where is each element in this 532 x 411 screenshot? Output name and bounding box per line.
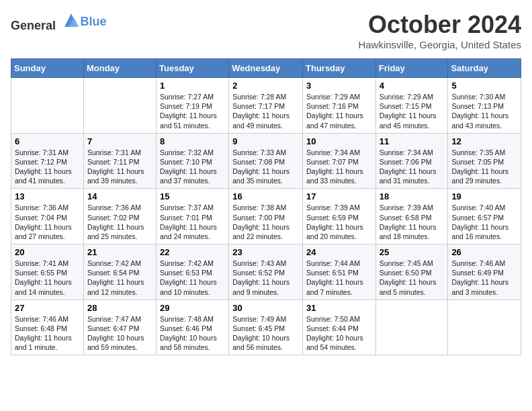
logo: General Blue	[11, 11, 107, 33]
day-number: 7	[87, 136, 152, 146]
day-number: 24	[306, 247, 372, 257]
day-info: Sunrise: 7:48 AMSunset: 6:46 PMDaylight:…	[160, 314, 225, 353]
day-info: Sunrise: 7:30 AMSunset: 7:13 PMDaylight:…	[451, 92, 517, 130]
day-info: Sunrise: 7:49 AMSunset: 6:45 PMDaylight:…	[232, 314, 299, 353]
calendar-cell: 6Sunrise: 7:31 AMSunset: 7:12 PMDaylight…	[11, 133, 84, 189]
day-number: 26	[451, 247, 517, 257]
calendar-cell: 3Sunrise: 7:29 AMSunset: 7:16 PMDaylight…	[303, 78, 376, 134]
calendar-cell: 18Sunrise: 7:39 AMSunset: 6:58 PMDayligh…	[375, 189, 448, 244]
day-info: Sunrise: 7:31 AMSunset: 7:12 PMDaylight:…	[15, 148, 80, 186]
day-info: Sunrise: 7:46 AMSunset: 6:48 PMDaylight:…	[15, 314, 80, 353]
month-title: October 2024	[358, 11, 521, 39]
day-info: Sunrise: 7:31 AMSunset: 7:11 PMDaylight:…	[87, 148, 152, 186]
day-number: 20	[15, 247, 80, 257]
day-number: 2	[232, 81, 299, 91]
day-number: 31	[306, 303, 372, 313]
day-number: 11	[380, 136, 445, 146]
weekday-header-monday: Monday	[83, 59, 156, 78]
calendar-cell: 13Sunrise: 7:36 AMSunset: 7:04 PMDayligh…	[11, 189, 84, 244]
day-number: 25	[380, 247, 445, 257]
calendar-cell: 2Sunrise: 7:28 AMSunset: 7:17 PMDaylight…	[229, 78, 303, 134]
day-info: Sunrise: 7:36 AMSunset: 7:04 PMDaylight:…	[15, 203, 80, 241]
day-info: Sunrise: 7:39 AMSunset: 6:58 PMDaylight:…	[380, 203, 445, 241]
day-info: Sunrise: 7:39 AMSunset: 6:59 PMDaylight:…	[306, 203, 372, 241]
day-info: Sunrise: 7:40 AMSunset: 6:57 PMDaylight:…	[451, 203, 517, 241]
calendar-cell: 16Sunrise: 7:38 AMSunset: 7:00 PMDayligh…	[229, 189, 303, 244]
calendar-cell: 12Sunrise: 7:35 AMSunset: 7:05 PMDayligh…	[448, 133, 521, 189]
calendar-week-row: 13Sunrise: 7:36 AMSunset: 7:04 PMDayligh…	[11, 189, 521, 244]
calendar-cell	[11, 78, 84, 134]
day-info: Sunrise: 7:50 AMSunset: 6:44 PMDaylight:…	[306, 314, 372, 353]
calendar-cell	[448, 300, 521, 355]
weekday-header-saturday: Saturday	[448, 59, 521, 78]
day-number: 10	[306, 136, 372, 146]
weekday-header-thursday: Thursday	[303, 59, 376, 78]
calendar-cell: 11Sunrise: 7:34 AMSunset: 7:06 PMDayligh…	[375, 133, 448, 189]
calendar-cell: 21Sunrise: 7:42 AMSunset: 6:54 PMDayligh…	[83, 244, 156, 300]
day-info: Sunrise: 7:34 AMSunset: 7:06 PMDaylight:…	[380, 148, 445, 186]
logo-general: General	[11, 19, 56, 32]
day-info: Sunrise: 7:42 AMSunset: 6:53 PMDaylight:…	[160, 259, 225, 297]
calendar-cell	[83, 78, 156, 134]
day-number: 9	[232, 136, 299, 146]
calendar-week-row: 1Sunrise: 7:27 AMSunset: 7:19 PMDaylight…	[11, 78, 521, 134]
calendar-cell	[375, 300, 448, 355]
day-number: 3	[306, 81, 372, 91]
day-number: 8	[160, 136, 225, 146]
calendar-cell: 8Sunrise: 7:32 AMSunset: 7:10 PMDaylight…	[157, 133, 229, 189]
day-info: Sunrise: 7:37 AMSunset: 7:01 PMDaylight:…	[160, 203, 225, 241]
calendar-cell: 17Sunrise: 7:39 AMSunset: 6:59 PMDayligh…	[303, 189, 376, 244]
day-number: 30	[232, 303, 299, 313]
day-number: 22	[160, 247, 225, 257]
calendar-cell: 4Sunrise: 7:29 AMSunset: 7:15 PMDaylight…	[375, 78, 448, 134]
day-number: 27	[15, 303, 80, 313]
calendar-cell: 1Sunrise: 7:27 AMSunset: 7:19 PMDaylight…	[157, 78, 229, 134]
day-info: Sunrise: 7:29 AMSunset: 7:16 PMDaylight:…	[306, 92, 372, 130]
calendar-week-row: 6Sunrise: 7:31 AMSunset: 7:12 PMDaylight…	[11, 133, 521, 189]
calendar-cell: 27Sunrise: 7:46 AMSunset: 6:48 PMDayligh…	[11, 300, 84, 355]
calendar-cell: 23Sunrise: 7:43 AMSunset: 6:52 PMDayligh…	[229, 244, 303, 300]
day-info: Sunrise: 7:34 AMSunset: 7:07 PMDaylight:…	[306, 148, 372, 186]
calendar-cell: 25Sunrise: 7:45 AMSunset: 6:50 PMDayligh…	[375, 244, 448, 300]
day-number: 1	[160, 81, 225, 91]
calendar-cell: 19Sunrise: 7:40 AMSunset: 6:57 PMDayligh…	[448, 189, 521, 244]
day-info: Sunrise: 7:35 AMSunset: 7:05 PMDaylight:…	[451, 148, 517, 186]
calendar-cell: 7Sunrise: 7:31 AMSunset: 7:11 PMDaylight…	[83, 133, 156, 189]
day-number: 12	[451, 136, 517, 146]
calendar-cell: 28Sunrise: 7:47 AMSunset: 6:47 PMDayligh…	[83, 300, 156, 355]
header: General Blue October 2024 Hawkinsville, …	[11, 11, 521, 50]
day-info: Sunrise: 7:33 AMSunset: 7:08 PMDaylight:…	[232, 148, 299, 186]
calendar-cell: 14Sunrise: 7:36 AMSunset: 7:02 PMDayligh…	[83, 189, 156, 244]
calendar-week-row: 20Sunrise: 7:41 AMSunset: 6:55 PMDayligh…	[11, 244, 521, 300]
day-info: Sunrise: 7:45 AMSunset: 6:50 PMDaylight:…	[380, 259, 445, 297]
day-info: Sunrise: 7:27 AMSunset: 7:19 PMDaylight:…	[160, 92, 225, 130]
day-number: 21	[87, 247, 152, 257]
calendar-table: SundayMondayTuesdayWednesdayThursdayFrid…	[11, 58, 521, 355]
calendar-week-row: 27Sunrise: 7:46 AMSunset: 6:48 PMDayligh…	[11, 300, 521, 355]
weekday-header-sunday: Sunday	[11, 59, 84, 78]
calendar-cell: 15Sunrise: 7:37 AMSunset: 7:01 PMDayligh…	[157, 189, 229, 244]
day-info: Sunrise: 7:32 AMSunset: 7:10 PMDaylight:…	[160, 148, 225, 186]
weekday-header-row: SundayMondayTuesdayWednesdayThursdayFrid…	[11, 59, 521, 78]
day-info: Sunrise: 7:29 AMSunset: 7:15 PMDaylight:…	[380, 92, 445, 130]
day-info: Sunrise: 7:41 AMSunset: 6:55 PMDaylight:…	[15, 259, 80, 297]
day-number: 5	[451, 81, 517, 91]
logo-icon	[62, 11, 81, 30]
day-number: 6	[15, 136, 80, 146]
day-number: 19	[451, 191, 517, 201]
calendar-cell: 30Sunrise: 7:49 AMSunset: 6:45 PMDayligh…	[229, 300, 303, 355]
day-info: Sunrise: 7:36 AMSunset: 7:02 PMDaylight:…	[87, 203, 152, 241]
day-info: Sunrise: 7:28 AMSunset: 7:17 PMDaylight:…	[232, 92, 299, 130]
weekday-header-wednesday: Wednesday	[229, 59, 303, 78]
weekday-header-friday: Friday	[375, 59, 448, 78]
day-info: Sunrise: 7:42 AMSunset: 6:54 PMDaylight:…	[87, 259, 152, 297]
calendar-cell: 26Sunrise: 7:46 AMSunset: 6:49 PMDayligh…	[448, 244, 521, 300]
title-area: October 2024 Hawkinsville, Georgia, Unit…	[358, 11, 521, 50]
day-number: 13	[15, 191, 80, 201]
calendar-cell: 24Sunrise: 7:44 AMSunset: 6:51 PMDayligh…	[303, 244, 376, 300]
calendar-cell: 9Sunrise: 7:33 AMSunset: 7:08 PMDaylight…	[229, 133, 303, 189]
day-info: Sunrise: 7:44 AMSunset: 6:51 PMDaylight:…	[306, 259, 372, 297]
day-info: Sunrise: 7:38 AMSunset: 7:00 PMDaylight:…	[232, 203, 299, 241]
day-number: 17	[306, 191, 372, 201]
calendar-cell: 5Sunrise: 7:30 AMSunset: 7:13 PMDaylight…	[448, 78, 521, 134]
